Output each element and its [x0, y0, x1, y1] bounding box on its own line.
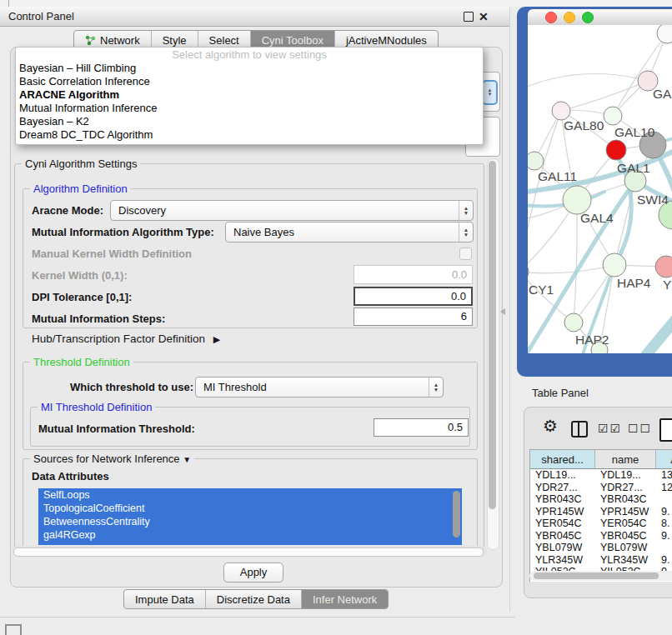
table-row[interactable]: YER054CYER054C8.: [530, 518, 672, 530]
node-label-gal1: GAL1: [617, 161, 650, 175]
combobox-spinner-icon[interactable]: ▲▼: [482, 80, 498, 105]
combobox-value: Discovery: [111, 201, 459, 220]
attribute-item-topologicalcoefficient[interactable]: TopologicalCoefficient: [38, 502, 462, 515]
table-row[interactable]: YDL19...YDL19...13: [530, 469, 672, 482]
tab-discretize-data[interactable]: Discretize Data: [205, 590, 301, 608]
network-node-gal80[interactable]: [552, 102, 570, 120]
tab-infer-network[interactable]: Infer Network: [301, 590, 388, 608]
mi-type-combobox[interactable]: Naive Bayes ▲▼: [225, 222, 474, 242]
table-cell: YPR145W: [530, 506, 595, 518]
table-cell: 12: [656, 482, 672, 494]
network-node-gal4[interactable]: [563, 186, 591, 214]
dropdown-item-bayesian-hill-climbing[interactable]: Bayesian – Hill Climbing: [16, 62, 483, 75]
attribute-item-betweennesscentrality[interactable]: BetweennessCentrality: [38, 515, 462, 528]
close-panel-icon[interactable]: ✕: [479, 8, 489, 26]
network-node-gal11[interactable]: [528, 152, 544, 170]
table-cell: 9.: [656, 554, 672, 567]
table-row[interactable]: YDR27...YDR27...12: [530, 482, 672, 494]
table-cell: YBR043C: [595, 493, 656, 506]
group-title: MI Threshold Definition: [38, 401, 155, 413]
data-attributes-list[interactable]: SelfLoopsTopologicalCoefficientBetweenne…: [38, 488, 462, 545]
sources-title: Sources for Network Inference: [33, 452, 180, 465]
network-canvas[interactable]: GAL7GAL80GAL10GAL1GAL11SWI4GAL4HAP4YGCY1…: [528, 25, 672, 353]
table-cell: 13: [656, 469, 672, 482]
select-all-checkboxes-icon[interactable]: ☑☑: [598, 422, 622, 435]
manual-kernel-checkbox[interactable]: [459, 248, 472, 260]
cyni-bottom-tabs: Impute DataDiscretize DataInfer Network: [123, 589, 389, 609]
combobox-spinner-icon[interactable]: ▲▼: [459, 201, 473, 220]
table-row[interactable]: YBR045CYBR045C9.: [530, 530, 672, 542]
network-window-titlebar[interactable]: [528, 9, 672, 26]
zoom-traffic-light-icon[interactable]: [582, 12, 594, 23]
scrollbar-thumb[interactable]: [489, 161, 496, 509]
table-cell: YBL079W: [595, 542, 656, 554]
table-cell: YER054C: [530, 518, 595, 530]
network-node-hap4[interactable]: [603, 253, 626, 277]
chevron-down-icon[interactable]: ▼: [183, 455, 191, 464]
column-header-name[interactable]: name: [595, 450, 656, 468]
dropdown-item-mutual-information-inference[interactable]: Mutual Information Inference: [16, 102, 483, 115]
horizontal-scrollbar[interactable]: [12, 546, 487, 557]
network-node-y[interactable]: [655, 256, 672, 278]
network-edge[interactable]: [561, 81, 648, 111]
group-title: Cyni Algorithm Settings: [22, 158, 140, 170]
mi-threshold-field[interactable]: 0.5: [374, 418, 469, 437]
scrollbar-thumb[interactable]: [534, 572, 659, 579]
dropdown-item-bayesian-k2[interactable]: Bayesian – K2: [16, 115, 483, 128]
list-scrollbar[interactable]: [453, 491, 460, 538]
dpi-tolerance-field[interactable]: 0.0: [354, 287, 473, 306]
split-columns-icon[interactable]: [571, 421, 588, 438]
mi-type-label: Mutual Information Algorithm Type:: [32, 226, 214, 238]
combobox-spinner-icon[interactable]: ▲▼: [429, 378, 443, 397]
attribute-item-gal4rgexp[interactable]: gal4RGexp: [38, 528, 462, 542]
document-icon[interactable]: [659, 418, 672, 442]
group-title: Sources for Network Inference ▼: [30, 452, 194, 465]
combobox-spinner-icon[interactable]: ▲▼: [459, 222, 473, 242]
network-node[interactable]: [657, 25, 672, 43]
gear-icon[interactable]: ⚙: [543, 418, 558, 434]
combobox-value: Naive Bayes: [226, 222, 459, 242]
table-row[interactable]: YPR145WYPR145W9.: [530, 506, 672, 518]
chevron-right-icon[interactable]: ▶: [213, 334, 220, 344]
node-table[interactable]: shared...nameA YDL19...YDL19...13YDR27..…: [529, 449, 672, 582]
column-header-shared[interactable]: shared...: [530, 450, 595, 468]
network-node-hap2[interactable]: [564, 313, 583, 332]
mi-steps-field[interactable]: 6: [354, 308, 473, 326]
network-edge-highlighted[interactable]: [646, 317, 672, 353]
network-edge[interactable]: [574, 200, 577, 322]
network-edge[interactable]: [528, 265, 614, 273]
column-header-a[interactable]: A: [656, 450, 672, 468]
deselect-all-checkboxes-icon[interactable]: ☐☐: [628, 422, 652, 435]
network-graph[interactable]: GAL7GAL80GAL10GAL1GAL11SWI4GAL4HAP4YGCY1…: [528, 25, 672, 353]
apply-button[interactable]: Apply: [223, 562, 283, 582]
kernel-width-field[interactable]: 0.0: [354, 265, 473, 284]
splitpane-handle-icon[interactable]: [500, 308, 505, 315]
network-node-gcy1[interactable]: [528, 262, 529, 281]
dropdown-item-dream8-dc-tdc-algorithm[interactable]: Dream8 DC_TDC Algorithm: [16, 128, 483, 142]
minimize-traffic-light-icon[interactable]: [564, 12, 575, 23]
table-row[interactable]: YLR345WYLR345W9.: [530, 554, 672, 567]
vertical-scrollbar[interactable]: [487, 158, 499, 550]
table-cell: YDL19...: [595, 469, 656, 482]
which-threshold-label: Which threshold to use:: [70, 381, 193, 393]
table-cell: YBL079W: [530, 542, 595, 554]
dropdown-item-aracne-algorithm[interactable]: ARACNE Algorithm: [16, 88, 483, 102]
table-row[interactable]: YBL079WYBL079W: [530, 542, 672, 554]
float-panel-icon[interactable]: [464, 12, 474, 22]
dropdown-item-basic-correlation-inference[interactable]: Basic Correlation Inference: [16, 75, 483, 88]
table-row[interactable]: YBR043CYBR043C: [530, 493, 672, 506]
close-traffic-light-icon[interactable]: [545, 12, 557, 23]
table-horizontal-scrollbar[interactable]: [529, 571, 672, 581]
network-node-gal10[interactable]: [604, 107, 622, 125]
group-title: Threshold Definition: [30, 356, 133, 368]
which-threshold-combobox[interactable]: MI Threshold ▲▼: [195, 377, 444, 398]
mini-window-icon[interactable]: [5, 624, 22, 635]
tab-impute-data[interactable]: Impute Data: [124, 590, 205, 608]
network-edge[interactable]: [528, 74, 648, 92]
aracne-mode-combobox[interactable]: Discovery ▲▼: [110, 200, 474, 221]
scrollbar-thumb[interactable]: [13, 548, 484, 557]
network-node-gal1[interactable]: [606, 140, 626, 160]
attribute-item-selfloops[interactable]: SelfLoops: [38, 488, 462, 502]
table-panel: ⚙ ☑☑ ☐☐ shared...nameA YDL19...YDL19...1…: [524, 407, 672, 598]
hub-definition-toggle[interactable]: Hub/Transcription Factor Definition ▶: [32, 332, 220, 345]
